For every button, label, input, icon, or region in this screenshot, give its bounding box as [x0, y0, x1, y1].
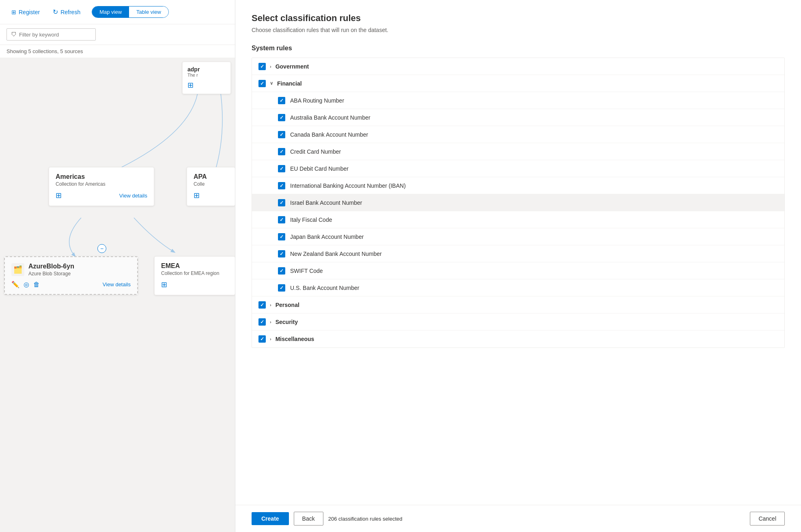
create-button[interactable]: Create: [252, 512, 289, 525]
view-toggle: Map view Table view: [92, 6, 169, 18]
left-panel: ⊞ Register ↻ Refresh Map view Table view…: [0, 0, 235, 532]
label-nz: New Zealand Bank Account Number: [290, 251, 382, 257]
checkbox-financial[interactable]: [258, 80, 266, 87]
map-view-button[interactable]: Map view: [92, 6, 129, 17]
filter-input-wrap: ⛉: [6, 28, 96, 41]
label-financial: Financial: [277, 80, 302, 87]
label-japan: Japan Bank Account Number: [290, 234, 364, 240]
rule-row-japan[interactable]: Japan Bank Account Number: [252, 228, 784, 245]
back-button[interactable]: Back: [294, 512, 323, 526]
checkbox-aba[interactable]: [278, 97, 285, 104]
blob-view-details[interactable]: View details: [103, 281, 131, 287]
label-iban: International Banking Account Number (IB…: [290, 182, 406, 189]
rule-row-australia[interactable]: Australia Bank Account Number: [252, 109, 784, 126]
americas-subtitle: Collection for Americas: [56, 181, 147, 187]
filter-icon: ⛉: [11, 31, 17, 38]
category-row-security[interactable]: › Security: [252, 313, 784, 330]
checkbox-japan[interactable]: [278, 233, 285, 240]
chevron-security: ›: [270, 320, 271, 324]
adp-subtitle: The r: [187, 73, 226, 77]
checkbox-government[interactable]: [258, 63, 266, 70]
checkbox-israel[interactable]: [278, 199, 285, 206]
refresh-label: Refresh: [60, 9, 80, 15]
section-heading: System rules: [252, 45, 785, 52]
category-row-miscellaneous[interactable]: › Miscellaneous: [252, 330, 784, 348]
adp-card: adpr The r ⊞: [182, 62, 231, 94]
label-credit: Credit Card Number: [290, 148, 341, 155]
map-area: adpr The r ⊞ Americas Collection for Ame…: [0, 58, 235, 532]
rule-row-nz[interactable]: New Zealand Bank Account Number: [252, 245, 784, 262]
refresh-icon: ↻: [53, 8, 58, 16]
rule-row-credit[interactable]: Credit Card Number: [252, 143, 784, 160]
showing-text: Showing 5 collections, 5 sources: [0, 45, 235, 58]
zoom-out-button[interactable]: −: [97, 244, 106, 253]
label-australia: Australia Bank Account Number: [290, 114, 370, 121]
category-row-personal[interactable]: › Personal: [252, 296, 784, 313]
checkbox-iban[interactable]: [278, 182, 285, 189]
blob-icon: 🗂️: [11, 263, 24, 276]
americas-view-details[interactable]: View details: [119, 193, 147, 199]
filter-bar: ⛉: [0, 24, 235, 45]
emea-card: EMEA Collection for EMEA region ⊞: [154, 256, 235, 295]
chevron-government: ›: [270, 64, 271, 69]
label-personal: Personal: [276, 302, 299, 308]
checkbox-credit[interactable]: [278, 148, 285, 155]
register-label: Register: [19, 9, 40, 15]
checkbox-canada[interactable]: [278, 131, 285, 138]
label-italy: Italy Fiscal Code: [290, 217, 332, 223]
cancel-button[interactable]: Cancel: [750, 512, 785, 526]
checkbox-swift[interactable]: [278, 267, 285, 275]
rule-row-swift[interactable]: SWIFT Code: [252, 262, 784, 279]
checkbox-nz[interactable]: [278, 250, 285, 257]
checkbox-us[interactable]: [278, 284, 285, 292]
panel-title: Select classification rules: [252, 13, 785, 24]
rule-row-italy[interactable]: Italy Fiscal Code: [252, 211, 784, 228]
label-eu: EU Debit Card Number: [290, 165, 349, 172]
checkbox-australia[interactable]: [278, 114, 285, 121]
delete-icon[interactable]: 🗑: [33, 281, 40, 288]
rule-row-israel[interactable]: Israel Bank Account Number: [252, 194, 784, 211]
checkbox-security[interactable]: [258, 318, 266, 326]
blob-icon-row: ✏️ ◎ 🗑 View details: [11, 281, 131, 288]
azureblob-card: 🗂️ AzureBlob-6yn Azure Blob Storage ✏️ ◎…: [4, 256, 138, 295]
checkbox-italy[interactable]: [278, 216, 285, 223]
right-content: Select classification rules Choose class…: [235, 0, 801, 505]
label-swift: SWIFT Code: [290, 268, 323, 274]
filter-input[interactable]: [19, 32, 91, 38]
chevron-personal: ›: [270, 302, 271, 307]
footer: Create Back 206 classification rules sel…: [235, 505, 801, 532]
blob-subtitle: Azure Blob Storage: [28, 271, 74, 277]
table-view-button[interactable]: Table view: [129, 6, 168, 17]
edit-icon[interactable]: ✏️: [11, 281, 19, 288]
blob-header: 🗂️ AzureBlob-6yn Azure Blob Storage: [11, 263, 131, 277]
label-government: Government: [276, 63, 309, 70]
apac-card: APA Colle ⊞: [187, 167, 235, 206]
toolbar: ⊞ Register ↻ Refresh Map view Table view: [0, 0, 235, 24]
rule-row-aba[interactable]: ABA Routing Number: [252, 92, 784, 109]
emea-subtitle: Collection for EMEA region: [161, 270, 228, 276]
rule-row-iban[interactable]: International Banking Account Number (IB…: [252, 177, 784, 194]
checkbox-miscellaneous[interactable]: [258, 335, 266, 343]
chevron-financial: ∨: [270, 81, 273, 86]
panel-description: Choose classification rules that will ru…: [252, 27, 785, 33]
americas-table-icon: ⊞: [56, 191, 62, 200]
apac-table-icon: ⊞: [194, 191, 200, 200]
refresh-button[interactable]: ↻ Refresh: [48, 6, 85, 18]
adp-title: adpr: [187, 66, 226, 73]
apac-icon-row: ⊞: [194, 191, 228, 200]
checkbox-personal[interactable]: [258, 301, 266, 309]
adp-table-icon: ⊞: [187, 81, 226, 90]
scan-icon[interactable]: ◎: [24, 281, 29, 288]
category-row-financial[interactable]: ∨ Financial: [252, 75, 784, 92]
blob-title: AzureBlob-6yn: [28, 263, 74, 270]
register-icon: ⊞: [11, 9, 16, 15]
right-panel: Select classification rules Choose class…: [235, 0, 801, 532]
category-row-government[interactable]: › Government: [252, 58, 784, 75]
rule-row-canada[interactable]: Canada Bank Account Number: [252, 126, 784, 143]
register-button[interactable]: ⊞ Register: [6, 6, 45, 18]
emea-table-icon: ⊞: [161, 280, 167, 289]
checkbox-eu[interactable]: [278, 165, 285, 172]
rule-row-us[interactable]: U.S. Bank Account Number: [252, 279, 784, 296]
rule-row-eu[interactable]: EU Debit Card Number: [252, 160, 784, 177]
map-canvas: adpr The r ⊞ Americas Collection for Ame…: [0, 58, 235, 532]
